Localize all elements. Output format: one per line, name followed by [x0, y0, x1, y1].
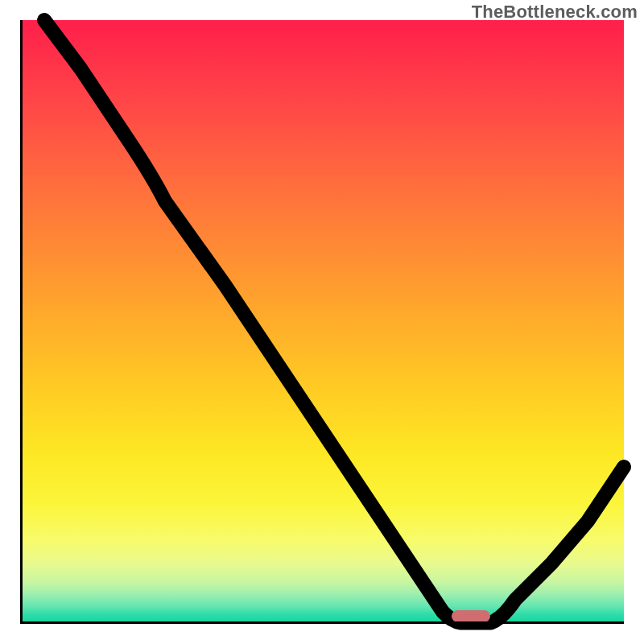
curve-svg	[20, 20, 624, 624]
target-marker	[452, 610, 490, 622]
curve-line	[44, 20, 624, 623]
